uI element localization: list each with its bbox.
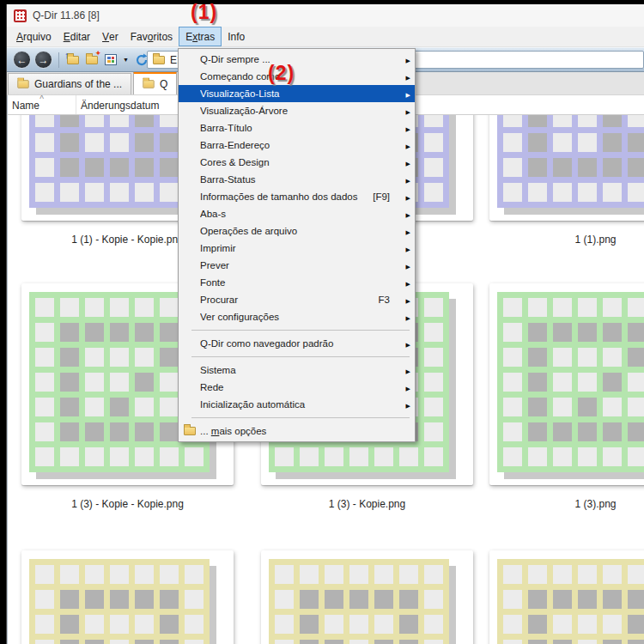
- menu-item-13[interactable]: Fonte: [179, 274, 415, 291]
- grid-square: [503, 373, 522, 392]
- menu-item-3[interactable]: Visualização-Árvore: [179, 102, 415, 119]
- file-thumbnail[interactable]: [261, 550, 473, 644]
- grid-square: [160, 373, 179, 392]
- parent-folder-button[interactable]: ↑: [64, 50, 82, 70]
- file-name[interactable]: 1 (3) - Kopie.png: [261, 498, 473, 510]
- menu-item-5[interactable]: Barra-Endereço: [179, 137, 415, 154]
- grid-square: [424, 640, 443, 644]
- desktop-background: Q-Dir 11.86 [8] ArquivoEditarVerFavorito…: [0, 0, 644, 644]
- menu-item-label: Procurar: [200, 295, 379, 305]
- menu-item-18[interactable]: Rede: [179, 379, 415, 396]
- grid-square: [424, 590, 443, 609]
- grid-square: [160, 348, 179, 367]
- tab-1[interactable]: Guardians of the ...: [8, 73, 131, 94]
- grid-square: [135, 422, 154, 441]
- menubar-item-ver[interactable]: Ver: [96, 27, 125, 46]
- grid-square: [275, 615, 294, 634]
- grid-square: [35, 183, 54, 202]
- grid-square: [135, 565, 154, 584]
- file-name[interactable]: 1 (3).png: [489, 498, 644, 510]
- menu-item-label: ... mais opções: [200, 426, 390, 436]
- grid-square: [85, 348, 104, 367]
- grid-square: [628, 422, 644, 441]
- grid-square: [325, 447, 343, 466]
- menu-item-17[interactable]: Sistema: [179, 361, 415, 379]
- file-thumbnail[interactable]: [489, 115, 644, 221]
- grid-square: [349, 590, 368, 609]
- menubar-item-editar[interactable]: Editar: [58, 27, 96, 46]
- file-thumbnail[interactable]: [21, 550, 234, 644]
- annotation-step-2: (2): [268, 62, 295, 85]
- submenu-arrow-icon: [400, 226, 410, 236]
- grid-square: [603, 615, 622, 634]
- tab-2[interactable]: Q: [133, 71, 177, 94]
- grid-square: [553, 348, 572, 367]
- menu-item-10[interactable]: Operações de arquivo: [179, 222, 415, 240]
- grid-square: [60, 590, 79, 609]
- grid-square: [503, 590, 522, 609]
- grid-square: [553, 323, 572, 342]
- menu-item-16[interactable]: Q-Dir como navegador padrão: [179, 335, 415, 352]
- grid-square: [35, 590, 54, 609]
- grid-square: [110, 640, 129, 644]
- grid-square: [110, 183, 129, 202]
- grid-square: [503, 565, 522, 584]
- menu-item-6[interactable]: Cores & Design: [179, 154, 415, 171]
- menu-item-8[interactable]: Informações de tamanho dos dados[F9]: [179, 188, 415, 205]
- grid-square: [300, 590, 319, 609]
- menubar-item-favoritos[interactable]: Favoritos: [125, 27, 179, 46]
- menu-item-12[interactable]: Prever: [179, 257, 415, 274]
- column-header-änderungsdatum[interactable]: Änderungsdatum: [76, 95, 183, 114]
- views-button[interactable]: [101, 50, 120, 70]
- forward-button[interactable]: [34, 51, 52, 69]
- menu-item-4[interactable]: Barra-Título: [179, 119, 415, 137]
- open-folder-button[interactable]: ✦: [82, 50, 101, 70]
- menu-item-0[interactable]: Q-Dir sempre ...: [179, 51, 415, 68]
- grid-square: [35, 133, 54, 152]
- grid-square: [603, 422, 622, 441]
- grid-square: [135, 115, 154, 127]
- grid-square: [503, 422, 522, 441]
- grid-square: [528, 115, 547, 127]
- toolbar-separator: [58, 52, 59, 68]
- grid-square: [300, 565, 319, 584]
- back-button[interactable]: [13, 51, 31, 69]
- grid-square: [399, 447, 418, 466]
- menu-item-label: Rede: [200, 382, 390, 392]
- file-thumbnail[interactable]: [489, 550, 644, 644]
- thumbnail-grid-image: [29, 559, 210, 644]
- grid-square: [578, 398, 597, 416]
- menu-item-19[interactable]: Inicialização automática: [179, 396, 415, 413]
- grid-square: [35, 158, 54, 177]
- menubar-item-info[interactable]: Info: [222, 27, 251, 46]
- menu-item-20[interactable]: ... mais opções: [179, 422, 415, 440]
- menu-item-1[interactable]: Começando como: [179, 68, 415, 85]
- views-dropdown-button[interactable]: ▼: [120, 57, 131, 63]
- file-name[interactable]: 1 (3) - Kopie - Kopie.png: [21, 498, 234, 510]
- grid-square: [85, 615, 104, 634]
- menu-item-11[interactable]: Imprimir: [179, 240, 415, 257]
- grid-square: [553, 373, 572, 392]
- grid-square: [85, 590, 104, 609]
- submenu-arrow-icon: [400, 260, 410, 270]
- grid-square: [424, 323, 443, 342]
- file-name[interactable]: 1 (1).png: [489, 234, 644, 246]
- grid-square: [603, 133, 622, 152]
- qdir-app-icon: [14, 9, 27, 22]
- grid-square: [60, 115, 79, 127]
- menu-item-2[interactable]: Visualização-Lista: [179, 85, 415, 102]
- grid-square: [85, 323, 104, 342]
- menu-item-9[interactable]: Aba-s: [179, 205, 415, 222]
- menu-item-15[interactable]: Ver configurações: [179, 308, 415, 325]
- submenu-arrow-icon: [400, 382, 410, 392]
- file-thumbnail[interactable]: [489, 283, 644, 485]
- menubar-item-arquivo[interactable]: Arquivo: [10, 27, 58, 46]
- column-header-name[interactable]: Name: [8, 95, 76, 114]
- grid-square: [60, 640, 79, 644]
- menubar-item-extras[interactable]: Extras: [179, 27, 222, 46]
- grid-square: [399, 565, 418, 584]
- menu-item-7[interactable]: Barra-Status: [179, 171, 415, 188]
- menu-item-14[interactable]: ProcurarF3: [179, 291, 415, 308]
- grid-square: [60, 133, 79, 152]
- grid-square: [110, 447, 129, 466]
